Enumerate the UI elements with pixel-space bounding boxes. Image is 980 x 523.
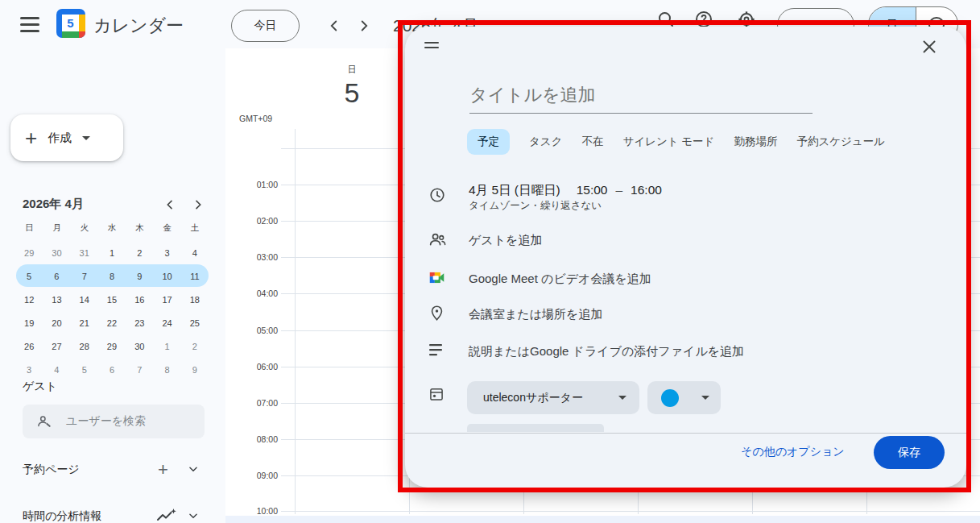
save-button[interactable]: 保存 [874,436,945,469]
mini-calendar-day[interactable]: 10 [153,264,180,288]
grid-hour-line [281,511,980,512]
mini-calendar-day[interactable]: 4 [43,358,70,381]
mini-calendar-day[interactable]: 1 [98,241,126,264]
mini-calendar-day[interactable]: 6 [98,358,126,381]
mini-calendar-day[interactable]: 7 [71,264,98,288]
add-meet-row[interactable]: Google Meet のビデオ会議を追加 [469,272,651,287]
mini-calendar-day[interactable]: 4 [181,241,209,264]
next-period-button[interactable] [355,17,373,35]
mini-calendar-day[interactable]: 28 [71,334,98,358]
mini-calendar-grid: 29 30 31 1 2 3 4 5 6 7 8 9 10 11 12 13 1… [15,241,209,381]
mini-calendar-day[interactable]: 23 [126,311,153,334]
day-column-date[interactable]: 5 [328,77,376,109]
mini-calendar-day[interactable]: 5 [15,264,43,288]
footer-divider [405,433,966,434]
mini-calendar-day[interactable]: 26 [15,334,43,358]
chevron-down-icon [701,396,709,400]
mini-calendar-day[interactable]: 11 [181,264,209,288]
chevron-down-icon[interactable] [188,463,199,475]
tab-appointment-schedule[interactable]: 予約スケジュール [796,129,885,155]
mini-calendar-day[interactable]: 7 [126,358,153,381]
mini-calendar-day[interactable]: 18 [181,288,209,311]
mini-calendar-day[interactable]: 30 [126,334,153,358]
mini-calendar-day[interactable]: 2 [181,334,209,358]
time-label: 04:00 [225,288,278,298]
google-meet-icon [428,269,446,287]
event-type-tabs: 予定 タスク 不在 サイレント モード 勤務場所 予約スケジュール [467,129,885,155]
mini-calendar-day[interactable]: 21 [71,311,98,334]
timezone-label: GMT+09 [239,114,272,123]
mini-calendar-day[interactable]: 3 [153,241,180,264]
user-search-placeholder: ユーザーを検索 [66,414,146,429]
chevron-down-icon [82,136,90,140]
mini-calendar-next-button[interactable] [192,198,205,211]
guests-icon [428,230,446,248]
mini-calendar-day[interactable]: 31 [71,241,98,264]
mini-calendar-day[interactable]: 20 [43,311,70,334]
location-pin-icon [428,305,446,322]
close-icon[interactable] [919,36,940,57]
sidebar-item-booking-pages[interactable]: 予約ページ + [23,461,205,479]
create-button[interactable]: + 作成 [10,114,123,161]
calendar-icon [428,386,446,404]
time-label: 02:00 [225,216,278,226]
mini-calendar-day[interactable]: 29 [98,334,126,358]
mini-calendar-day[interactable]: 16 [126,288,153,311]
mini-calendar-day[interactable]: 24 [153,311,180,334]
mini-calendar-day[interactable]: 1 [153,334,180,358]
mini-calendar-day[interactable]: 12 [15,288,43,311]
start-time[interactable]: 15:00 [577,183,608,197]
title-underline [469,113,813,114]
app-title: カレンダー [93,14,184,38]
mini-calendar-day[interactable]: 9 [126,264,153,288]
clipped-chip [467,424,604,432]
mini-calendar-day[interactable]: 13 [43,288,70,311]
add-guests-row[interactable]: ゲストを追加 [469,233,542,248]
mini-calendar-day[interactable]: 15 [98,288,126,311]
mini-calendar-day[interactable]: 5 [71,358,98,381]
mini-calendar-day[interactable]: 14 [71,288,98,311]
plus-icon: + [25,127,37,148]
mini-calendar-day[interactable]: 29 [15,241,43,264]
color-select-dropdown[interactable] [647,381,721,414]
mini-calendar-day[interactable]: 17 [153,288,180,311]
tab-event[interactable]: 予定 [467,129,510,155]
sidebar-item-time-insights[interactable]: 時間の分析情報 [23,508,205,523]
mini-calendar-day[interactable]: 27 [43,334,70,358]
chevron-down-icon[interactable] [188,510,199,521]
add-location-row[interactable]: 会議室または場所を追加 [469,307,602,322]
mini-calendar-day[interactable]: 6 [43,264,70,288]
mini-calendar-day[interactable]: 2 [126,241,153,264]
mini-calendar-day[interactable]: 9 [181,358,209,381]
tab-working-location[interactable]: 勤務場所 [734,129,777,155]
drag-handle-icon[interactable] [424,42,439,49]
timezone-recurrence[interactable]: タイムゾーン・繰り返さない [469,199,602,213]
add-description-row[interactable]: 説明またはGoogle ドライブの添付ファイルを追加 [469,344,744,359]
event-datetime[interactable]: 4月 5日 (日曜日)15:00–16:00 [469,182,662,199]
add-booking-page-icon[interactable]: + [158,459,168,480]
mini-calendar-day[interactable]: 30 [43,241,70,264]
tab-task[interactable]: タスク [529,129,562,155]
prev-period-button[interactable] [325,17,343,35]
tab-focus-time[interactable]: サイレント モード [622,129,714,155]
time-label: 10:00 [225,506,278,516]
today-button[interactable]: 今日 [231,10,300,42]
mini-calendar-prev-button[interactable] [163,198,176,211]
mini-calendar-day[interactable]: 22 [98,311,126,334]
more-options-link[interactable]: その他のオプション [741,445,845,459]
event-title-input[interactable]: タイトルを追加 [469,83,808,107]
time-label: 09:00 [225,471,278,480]
mini-calendar-day[interactable]: 19 [15,311,43,334]
mini-calendar-day[interactable]: 8 [98,264,126,288]
mini-calendar-day[interactable]: 25 [181,311,209,334]
time-label: 08:00 [225,434,278,444]
insights-chart-icon [156,508,177,523]
mini-calendar-day[interactable]: 8 [153,358,180,381]
main-menu-button[interactable] [20,16,39,32]
end-time[interactable]: 16:00 [631,183,662,197]
mini-calendar-day[interactable]: 3 [15,358,43,381]
calendar-select-dropdown[interactable]: uteleconサポーター [467,381,639,414]
user-search-input[interactable]: ユーザーを検索 [23,405,205,438]
tab-out-of-office[interactable]: 不在 [581,129,603,155]
time-label: 06:00 [225,362,278,371]
